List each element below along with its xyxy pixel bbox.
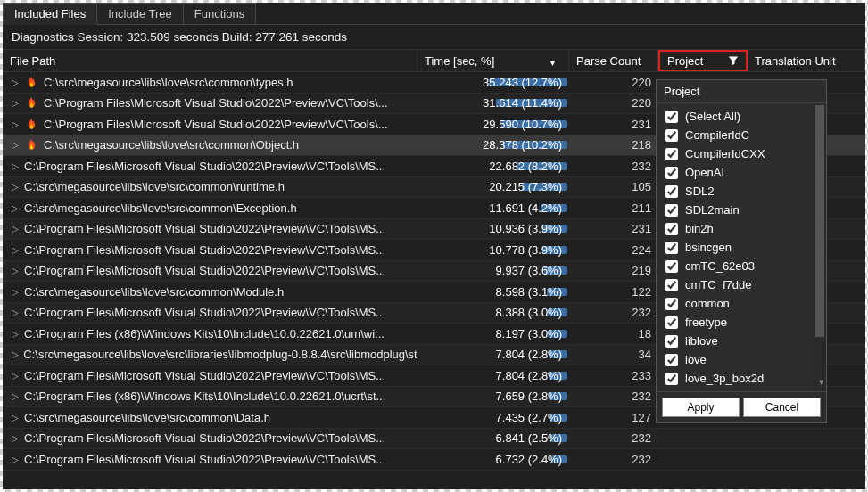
expand-icon[interactable]: ▷ [12,98,21,108]
scrollbar-track[interactable]: ▾ [814,103,826,391]
expand-icon[interactable]: ▷ [12,203,21,213]
filter-checkbox[interactable] [665,223,678,235]
filter-item[interactable]: SDL2 [665,182,823,201]
filter-checkbox[interactable] [665,279,678,291]
filter-checkbox[interactable] [665,354,678,366]
expand-icon[interactable]: ▷ [12,455,21,464]
file-path: C:\Program Files\Microsoft Visual Studio… [24,306,385,319]
time-value: 6.841 (2.5%) [496,431,562,445]
expand-icon[interactable]: ▷ [12,391,21,401]
expand-icon[interactable]: ▷ [12,329,21,339]
filter-item[interactable]: love_3p_box2d [665,369,823,388]
expand-icon[interactable]: ▷ [12,433,21,443]
filter-item-label: CompilerIdCXX [685,147,765,160]
parse-count: 224 [569,243,658,257]
filter-checkbox[interactable] [665,373,678,385]
filter-item[interactable]: CompilerIdC [665,126,823,144]
filter-checkbox[interactable] [665,335,678,348]
expand-icon[interactable]: ▷ [12,413,21,422]
filter-item[interactable]: CompilerIdCXX [665,144,823,163]
expand-icon[interactable]: ▷ [12,245,21,255]
apply-button[interactable]: Apply [662,398,740,417]
expand-icon[interactable]: ▷ [12,140,21,150]
table-row[interactable]: ▷C:\Program Files\Microsoft Visual Studi… [3,429,865,450]
sort-desc-icon[interactable] [550,55,561,66]
file-path: C:\Program Files (x86)\Windows Kits\10\I… [24,327,384,340]
parse-count: 34 [569,348,658,361]
filter-icon[interactable] [728,55,739,66]
filter-checkbox[interactable] [665,298,678,310]
file-path: C:\Program Files (x86)\Windows Kits\10\I… [24,390,385,403]
filter-checkbox[interactable] [665,167,678,179]
filter-item[interactable]: OpenAL [665,163,823,182]
column-headers: File Path Time [sec, %] Parse Count Proj… [3,49,865,72]
expand-icon[interactable]: ▷ [12,287,21,297]
filter-item[interactable]: (Select All) [665,107,823,126]
filter-checkbox[interactable] [665,242,678,254]
expand-icon[interactable]: ▷ [12,224,21,234]
filter-checkbox[interactable] [665,260,678,273]
filter-popup-body: ▾ (Select All)CompilerIdCCompilerIdCXXOp… [657,103,826,391]
filter-checkbox[interactable] [665,148,678,160]
filter-item[interactable]: cmTC_62e03 [665,257,823,275]
filter-item[interactable]: freetype [665,313,823,332]
filter-item-label: cmTC_62e03 [685,259,755,273]
filter-checkbox[interactable] [665,185,678,198]
filter-checkbox[interactable] [665,204,678,217]
header-time[interactable]: Time [sec, %] [417,50,569,71]
filter-item-label: freetype [685,316,727,329]
filter-item[interactable]: cmTC_f7dde [665,275,823,294]
filter-checkbox[interactable] [665,111,678,123]
cancel-button[interactable]: Cancel [743,398,821,417]
file-path: C:\src\megasource\libs\love\src\common\r… [24,180,285,193]
parse-count: 232 [569,160,658,173]
parse-count: 231 [569,118,658,131]
filter-item[interactable]: liblove [665,332,823,350]
header-translation-unit[interactable]: Translation Unit [748,50,865,71]
scrollbar-thumb[interactable] [815,105,824,337]
parse-count: 232 [569,390,658,403]
expand-icon[interactable]: ▷ [12,119,21,129]
parse-count: 18 [569,327,658,340]
file-path: C:\Program Files\Microsoft Visual Studio… [24,160,385,173]
expand-icon[interactable]: ▷ [12,266,21,275]
time-value: 7.804 (2.8%) [496,369,562,382]
time-value: 7.804 (2.8%) [496,348,562,361]
filter-item[interactable]: bin2h [665,219,823,238]
filter-checkbox[interactable] [665,316,678,329]
header-file-path[interactable]: File Path [3,50,417,71]
time-value: 35.243 (12.7%) [483,76,562,89]
filter-item-label: (Select All) [685,110,740,123]
filter-item[interactable]: bsincgen [665,238,823,257]
fire-icon [24,117,38,131]
parse-count: 219 [569,264,658,277]
tab-functions[interactable]: Functions [183,3,256,24]
expand-icon[interactable]: ▷ [12,349,20,359]
tab-include-tree[interactable]: Include Tree [96,3,184,24]
time-value: 20.215 (7.3%) [489,180,562,193]
parse-count: 218 [569,138,658,152]
filter-item-label: SDL2 [685,184,715,198]
scroll-down-icon[interactable]: ▾ [819,376,824,388]
filter-item[interactable]: love [665,350,823,369]
filter-checkbox[interactable] [665,129,678,142]
parse-count: 127 [569,411,658,424]
tab-included-files[interactable]: Included Files [3,3,97,25]
expand-icon[interactable]: ▷ [12,78,21,87]
header-parse-count[interactable]: Parse Count [569,50,658,71]
expand-icon[interactable]: ▷ [12,182,21,192]
expand-icon[interactable]: ▷ [12,308,21,317]
filter-item[interactable]: common [665,294,823,313]
time-value: 10.778 (3.9%) [489,243,562,257]
filter-item[interactable]: SDL2main [665,201,823,219]
time-value: 8.598 (3.1%) [496,285,562,299]
expand-icon[interactable]: ▷ [12,371,21,381]
fire-icon [24,96,38,111]
parse-count: 122 [569,285,658,299]
file-path: C:\Program Files\Microsoft Visual Studio… [44,96,388,110]
filter-item-label: liblove [685,334,718,348]
expand-icon[interactable]: ▷ [12,161,21,171]
table-row[interactable]: ▷C:\Program Files\Microsoft Visual Studi… [3,449,865,471]
header-project[interactable]: Project [658,50,748,71]
file-path: C:\Program Files\Microsoft Visual Studio… [24,264,385,277]
